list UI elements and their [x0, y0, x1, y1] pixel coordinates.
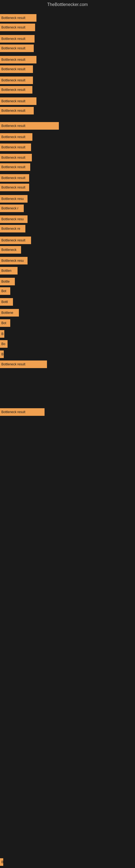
bottleneck-bar: Bot [0, 319, 10, 327]
bars-container: Bottleneck resultBottleneck resultBottle… [0, 9, 135, 868]
bar-row: Bottleneck result [0, 24, 35, 31]
bottleneck-bar: Bottleneck result [0, 122, 59, 130]
bottleneck-bar: Bottleneck result [0, 408, 45, 416]
bottleneck-bar: Bottleneck result [0, 107, 34, 115]
bar-row: Bottleneck r [0, 205, 24, 212]
bar-row: Bottleneck result [0, 107, 34, 115]
bottleneck-bar: Bottleneck result [0, 14, 37, 22]
bottleneck-bar: Bottleneck resu [0, 195, 28, 203]
bottleneck-bar: B [0, 350, 4, 358]
bar-row: Bottleneck result [0, 122, 59, 130]
bar-row: Bottl [0, 298, 13, 306]
bar-row: Bottlene [0, 309, 19, 316]
bar-row: Bottleneck result [0, 86, 32, 94]
bottleneck-bar: Bottleneck result [0, 237, 31, 244]
bar-row: B [0, 858, 3, 866]
bottleneck-bar: Bottleneck resu [0, 215, 28, 223]
bottleneck-bar: Bottleneck result [0, 24, 35, 31]
bar-row: Bottleneck result [0, 174, 29, 182]
bottleneck-bar: Bo [0, 340, 8, 348]
bar-row: Bottleneck result [0, 56, 37, 63]
bottleneck-bar: Bottlene [0, 309, 19, 316]
bottleneck-bar: Bottl [0, 298, 13, 306]
bar-row: Bottleneck result [0, 144, 31, 151]
bar-row: Bottle [0, 278, 15, 285]
bar-row: Bottleneck resu [0, 257, 28, 265]
bottleneck-bar: Bottlen [0, 267, 17, 275]
bar-row: Bottleneck result [0, 76, 33, 84]
bar-row: B [0, 330, 4, 338]
bottleneck-bar: Bottleneck result [0, 44, 34, 52]
bottleneck-bar: Bottleneck result [0, 86, 32, 94]
bar-row: Bottleneck result [0, 361, 47, 368]
bar-row: Bottleneck resu [0, 195, 28, 203]
bottleneck-bar: Bottleneck result [0, 65, 33, 73]
bottleneck-bar: Bottleneck r [0, 205, 24, 212]
bottleneck-bar: Bottleneck re [0, 225, 26, 232]
bottleneck-bar: Bottleneck result [0, 361, 47, 368]
bottleneck-bar: Bottleneck [0, 246, 21, 254]
bottleneck-bar: Bottleneck result [0, 97, 37, 105]
bottleneck-bar: B [0, 858, 3, 866]
bar-row: Bot [0, 287, 10, 295]
bar-row: Bottleneck result [0, 97, 37, 105]
bottleneck-bar: B [0, 330, 4, 338]
bar-row: Bottleneck result [0, 65, 33, 73]
bar-row: Bottleneck result [0, 35, 35, 42]
bottleneck-bar: Bottle [0, 278, 15, 285]
bar-row: Bottleneck result [0, 163, 30, 171]
bottleneck-bar: Bottleneck resu [0, 257, 28, 265]
bottleneck-bar: Bottleneck result [0, 163, 30, 171]
bottleneck-bar: Bottleneck result [0, 174, 29, 182]
bar-row: Bot [0, 319, 10, 327]
bar-row: Bottleneck resu [0, 215, 28, 223]
bar-row: Bottleneck result [0, 408, 45, 416]
bar-row: Bo [0, 340, 8, 348]
bar-row: Bottlen [0, 267, 17, 275]
bar-row: Bottleneck result [0, 14, 37, 22]
bar-row: Bottleneck result [0, 133, 32, 141]
bottleneck-bar: Bottleneck result [0, 56, 37, 63]
site-title: TheBottlenecker.com [0, 0, 135, 9]
bar-row: Bottleneck result [0, 44, 34, 52]
bottleneck-bar: Bottleneck result [0, 184, 29, 191]
bottleneck-bar: Bottleneck result [0, 35, 35, 42]
bar-row: Bottleneck result [0, 237, 31, 244]
bottleneck-bar: Bottleneck result [0, 76, 33, 84]
bar-row: Bottleneck re [0, 225, 26, 232]
bar-row: Bottleneck result [0, 184, 29, 191]
bottleneck-bar: Bottleneck result [0, 144, 31, 151]
bar-row: Bottleneck result [0, 154, 32, 161]
bar-row: Bottleneck [0, 246, 21, 254]
bar-row: B [0, 350, 4, 358]
bottleneck-bar: Bottleneck result [0, 133, 32, 141]
bottleneck-bar: Bot [0, 287, 10, 295]
bottleneck-bar: Bottleneck result [0, 154, 32, 161]
